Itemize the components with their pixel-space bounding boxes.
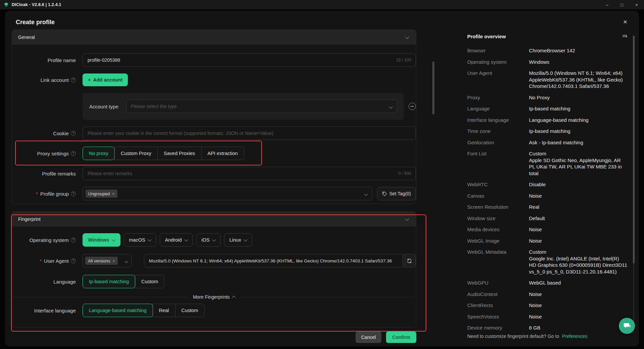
plus-icon: + [88,77,91,83]
overview-row-value: ChromeBrowser 142 [529,47,628,54]
account-type-panel: Account type Please select the type [83,93,404,120]
app-logo-icon [3,2,9,8]
chevron-down-icon [184,238,188,241]
language-segment-ip-based-matching[interactable]: Ip-based matching [83,275,135,288]
proxy-settings-segment-api-extraction[interactable]: API extraction [201,147,244,160]
overview-row: ClientRectsNoise [467,302,628,309]
support-chat-button[interactable] [619,318,635,334]
cancel-button[interactable]: Cancel [356,332,382,343]
general-section-header[interactable]: General [12,30,416,45]
link-account-label: Link account [41,77,69,83]
user-agent-row: * User Agent ? All versions × [12,254,416,267]
overview-row-value: Noise [529,291,628,298]
set-tag-button[interactable]: Set Tag(0) [377,187,416,200]
operating-system-options: WindowsmacOSAndroidiOSLinux [83,233,252,247]
maximize-button[interactable]: □ [614,0,629,9]
close-window-button[interactable]: × [629,0,644,9]
account-type-select[interactable]: Please select the type [126,100,397,113]
ua-versions-select[interactable]: All versions × [83,254,132,267]
ungrouped-tag-label: Ungrouped [88,191,110,196]
titlebar: DICloak - V2.8.6 | 1.2.4.1 – □ × [0,0,644,9]
minimize-button[interactable]: – [600,0,614,9]
all-versions-label: All versions [88,258,110,263]
overview-row-value: Noise [529,193,628,199]
language-segment: Ip-based matchingCustom [83,275,164,288]
preferences-link[interactable]: Preferences [562,334,587,339]
fingerprint-section-header[interactable]: Fingerprint [12,212,416,227]
os-option-label: macOS [129,237,145,243]
overview-row: User AgentMozilla/5.0 (Windows NT 6.1; W… [467,70,628,90]
link-account-row: Link account ? + Add account [12,73,416,86]
profile-name-counter: 15 / 100 [396,58,411,62]
collapse-panel-icon[interactable] [622,34,628,39]
overview-row: WebGPUWebGL based [467,280,628,286]
proxy-settings-segment-saved-proxies[interactable]: Saved Proxies [157,147,202,160]
profile-form: General Profile name 15 / 100 [12,30,416,343]
interface-language-segment-real[interactable]: Real [153,304,175,317]
interface-language-label: Interface language [34,308,76,313]
operating-system-label: Operating system [29,237,69,243]
profile-group-select[interactable]: Ungrouped × [83,187,372,200]
help-icon[interactable]: ? [71,151,76,156]
chevron-down-icon [124,259,128,263]
language-segment-custom[interactable]: Custom [135,275,164,288]
divider [240,297,415,297]
remove-account-icon[interactable] [409,103,416,110]
user-agent-label: User Agent [44,258,69,264]
note-text: Need to customize fingerprint default? G… [467,334,559,339]
overview-row: Window sizeDefault [467,215,628,222]
refresh-icon [407,258,412,264]
proxy-settings-segment-custom-proxy[interactable]: Custom Proxy [114,147,158,160]
chevron-down-icon [405,217,409,220]
os-option-android[interactable]: Android [160,233,193,247]
cookie-input[interactable] [83,127,416,140]
overview-scrollbar-thumb[interactable] [633,36,635,263]
overview-row: Media devicesNoise [467,226,628,233]
divider [13,297,187,297]
fingerprint-section: Fingerprint Operating system ? Windowsma… [12,211,416,328]
chevron-down-icon [405,35,409,39]
help-icon[interactable]: ? [71,258,76,263]
profile-name-input[interactable] [83,53,416,67]
interface-language-segment-language-based-matching[interactable]: Language-based matching [83,304,153,317]
user-agent-input[interactable] [144,254,405,267]
overview-row-value: Noise [529,238,628,244]
overview-row-label: Interface language [467,117,529,123]
dialog-close-icon[interactable]: × [620,17,630,27]
overview-row-value: WebGL based [529,280,628,286]
fingerprint-section-title: Fingerprint [18,216,41,222]
dialog-actions: Cancel Confirm [356,332,416,343]
overview-row-label: Language [467,105,529,112]
profile-group-row: * Profile group ? Ungrouped × [12,187,416,200]
proxy-settings-segment-no-proxy[interactable]: No proxy [83,147,115,160]
overview-rows: BrowserChromeBrowser 142Operating system… [467,47,628,331]
form-scrollbar-thumb[interactable] [432,61,434,114]
help-icon[interactable]: ? [71,78,76,83]
os-option-windows[interactable]: Windows [83,233,120,247]
remove-tag-icon[interactable]: × [112,191,115,196]
add-account-button[interactable]: + Add account [83,73,128,86]
chevron-down-icon [389,105,392,108]
overview-row-label: WebGPU [467,280,529,286]
account-type-placeholder: Please select the type [131,104,177,109]
help-icon[interactable]: ? [71,238,76,243]
profile-name-label: Profile name [48,57,76,63]
help-icon[interactable]: ? [71,191,76,196]
overview-row-label: Geolocation [467,139,529,146]
remove-tag-icon[interactable]: × [112,258,115,263]
profile-remarks-input[interactable] [83,167,416,180]
os-option-macos[interactable]: macOS [124,233,156,247]
more-fingerprints-toggle[interactable]: More Fingerprints [187,294,240,300]
os-option-label: Linux [229,237,241,243]
os-option-label: Android [165,237,182,243]
interface-language-segment-custom[interactable]: Custom [175,304,205,317]
os-option-linux[interactable]: Linux [224,233,252,247]
confirm-button[interactable]: Confirm [386,332,416,343]
profile-group-label: Profile group [40,191,69,197]
overview-row: Screen ResolutionReal [467,204,628,210]
account-type-label: Account type [89,104,126,109]
all-versions-tag: All versions × [85,257,118,265]
overview-row: LanguageIp-based matching [467,105,628,112]
os-option-ios[interactable]: iOS [196,233,221,247]
help-icon[interactable]: ? [71,131,76,136]
